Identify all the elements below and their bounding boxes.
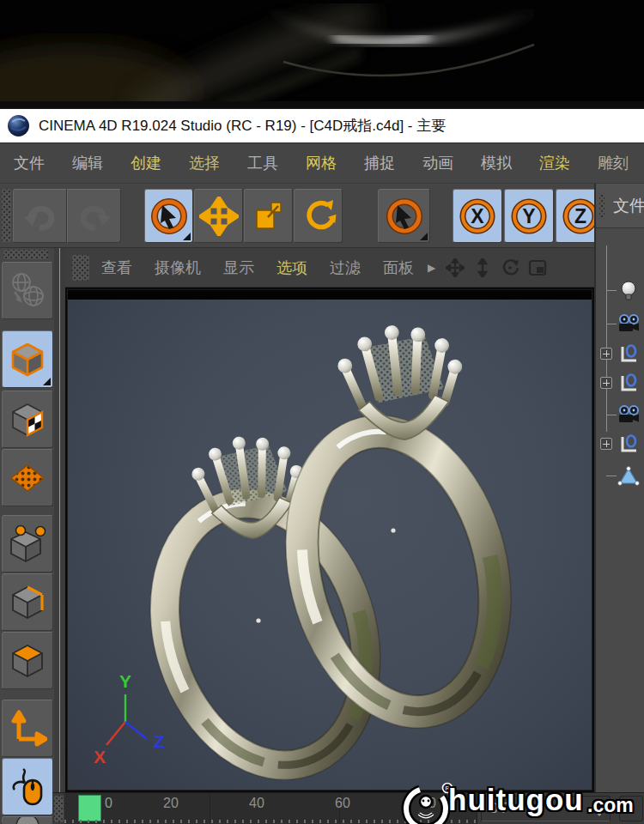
menu-item-simulate[interactable]: 模拟 xyxy=(481,153,512,173)
current-frame-field[interactable]: 0 F xyxy=(481,796,611,821)
tick-label-20: 20 xyxy=(163,796,179,811)
frame-spinner[interactable] xyxy=(594,800,605,817)
vp-menu-view[interactable]: 查看 xyxy=(101,258,132,278)
expand-toggle[interactable] xyxy=(600,348,612,360)
palette-drag-handle[interactable] xyxy=(3,250,48,259)
3d-viewport[interactable]: Y X Z xyxy=(65,288,594,792)
vp-menu-cameras[interactable]: 摄像机 xyxy=(155,258,201,278)
tick-label-60: 60 xyxy=(335,796,350,811)
panel-toggle-icon xyxy=(528,258,547,277)
vp-menu-display[interactable]: 显示 xyxy=(223,258,254,278)
menu-item-snap[interactable]: 捕捉 xyxy=(364,153,395,173)
object-manager-panel: 文件 xyxy=(594,184,644,792)
menu-item-tools[interactable]: 工具 xyxy=(247,153,278,173)
rotate-tool-button[interactable] xyxy=(294,189,343,243)
selection-tool-button[interactable] xyxy=(378,189,430,243)
object-manager-header: 文件 xyxy=(596,184,644,228)
null-object-icon xyxy=(617,433,640,456)
tree-row-polygon-object[interactable] xyxy=(596,464,644,489)
cinema4d-window: CINEMA 4D R19.024 Studio (RC - R19) - [C… xyxy=(0,0,644,824)
main-menu-bar: 文件 编辑 创建 选择 工具 网格 捕捉 动画 模拟 渲染 雕刻 运动跟踪 xyxy=(0,143,644,184)
timeline-bar: 0 20 40 60 80 0 F xyxy=(53,792,644,824)
texture-mode-button[interactable] xyxy=(2,391,53,448)
make-editable-icon xyxy=(8,271,47,311)
vertical-splitter[interactable] xyxy=(54,248,65,792)
viewport-toggle-button[interactable] xyxy=(526,257,548,278)
timeline-ruler[interactable]: 0 20 40 60 80 xyxy=(64,793,477,824)
expand-toggle[interactable] xyxy=(600,438,612,450)
mouse-icon xyxy=(8,767,47,807)
make-editable-button[interactable] xyxy=(2,262,53,319)
ring-right xyxy=(254,391,543,752)
workplane-mode-button[interactable] xyxy=(2,449,53,506)
menu-item-render[interactable]: 渲染 xyxy=(539,153,570,173)
menu-item-edit[interactable]: 编辑 xyxy=(72,153,103,173)
live-selection-icon xyxy=(149,197,189,236)
svg-text:Z: Z xyxy=(574,205,586,227)
svg-text:X: X xyxy=(471,205,484,227)
points-mode-button[interactable] xyxy=(2,515,53,573)
menu-item-mesh[interactable]: 网格 xyxy=(306,153,337,173)
light-object-icon xyxy=(617,280,640,302)
cinema4d-logo-icon xyxy=(7,114,30,137)
vp-menu-filter[interactable]: 过滤 xyxy=(330,258,361,278)
menu-item-create[interactable]: 创建 xyxy=(131,153,161,173)
tree-row-null-2[interactable] xyxy=(596,371,644,397)
tree-row-null-1[interactable] xyxy=(596,342,644,367)
timeline-extra-widget[interactable] xyxy=(619,796,643,821)
lock-x-axis-button[interactable]: X xyxy=(453,189,502,243)
tweak-mode-button[interactable] xyxy=(2,758,53,815)
viewport-zoom-button[interactable] xyxy=(471,257,493,278)
menu-item-file[interactable]: 文件 xyxy=(14,153,45,173)
zoom-icon xyxy=(473,258,492,277)
main-toolbar: X Y Z xyxy=(0,184,594,248)
x-axis-icon: X xyxy=(458,197,497,236)
edges-mode-icon xyxy=(8,583,47,622)
current-frame-value: 0 F xyxy=(490,801,510,816)
viewport-menu-bar: 查看 摄像机 显示 选项 过滤 面板 ▶ xyxy=(65,248,594,288)
tick-label-80: 80 xyxy=(421,796,436,811)
move-tool-button[interactable] xyxy=(194,189,243,243)
menu-overflow-arrow-icon[interactable]: ▶ xyxy=(428,262,435,274)
viewport-menu-drag-handle[interactable] xyxy=(72,255,89,281)
scale-tool-button[interactable] xyxy=(244,189,293,243)
viewport-pan-button[interactable] xyxy=(444,257,465,278)
redo-button[interactable] xyxy=(67,189,121,243)
points-mode-icon xyxy=(8,524,47,564)
model-mode-button[interactable] xyxy=(2,330,53,388)
y-axis-icon: Y xyxy=(509,197,549,236)
camera-object-icon xyxy=(617,404,640,427)
null-object-icon xyxy=(617,343,640,366)
toolbar-drag-handle[interactable] xyxy=(2,189,11,242)
live-selection-button[interactable] xyxy=(144,189,193,243)
vp-menu-panel[interactable]: 面板 xyxy=(383,258,414,278)
tool-flyout-corner xyxy=(43,378,51,385)
object-manager-file-menu[interactable]: 文件 xyxy=(613,195,644,217)
viewport-top-strip xyxy=(68,290,592,300)
tool-flyout-corner xyxy=(420,233,428,240)
tree-row-camera[interactable] xyxy=(596,312,644,337)
menu-item-sculpt[interactable]: 雕刻 xyxy=(598,153,629,173)
menu-item-animate[interactable]: 动画 xyxy=(422,153,453,173)
undo-button[interactable] xyxy=(13,189,67,243)
polygon-object-icon xyxy=(617,465,640,488)
lock-y-axis-button[interactable]: Y xyxy=(504,189,554,243)
enable-axis-button[interactable] xyxy=(2,700,53,757)
timeline-playhead[interactable] xyxy=(78,795,101,821)
viewport-solo-button[interactable] xyxy=(2,816,53,824)
tick-label-40: 40 xyxy=(249,796,264,811)
axis-label-x: X xyxy=(94,747,106,766)
edges-mode-button[interactable] xyxy=(2,573,53,631)
panel-drag-handle[interactable] xyxy=(599,193,605,219)
polygons-mode-button[interactable] xyxy=(2,632,53,689)
tree-row-camera-2[interactable] xyxy=(596,403,644,428)
tree-row-light[interactable] xyxy=(596,278,644,304)
tree-row-null-3[interactable] xyxy=(596,432,644,457)
timeline-drag-handle[interactable] xyxy=(54,796,64,822)
ring-scene: Y X Z xyxy=(68,300,592,790)
menu-item-select[interactable]: 选择 xyxy=(189,153,220,173)
viewport-rotate-button[interactable] xyxy=(499,257,520,278)
vp-menu-options[interactable]: 选项 xyxy=(276,258,307,278)
viewport-canvas[interactable]: Y X Z xyxy=(67,289,592,791)
expand-toggle[interactable] xyxy=(600,377,612,389)
